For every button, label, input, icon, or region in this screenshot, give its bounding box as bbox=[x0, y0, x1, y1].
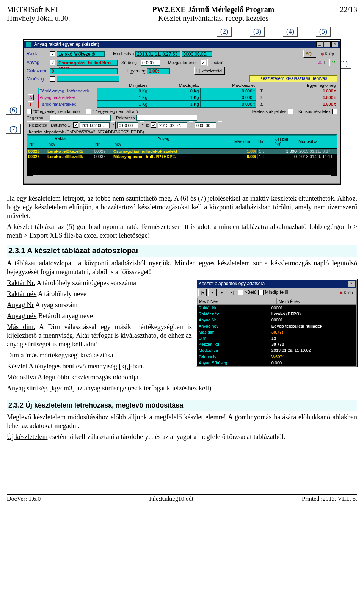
grid-body[interactable]: 00026 Lerakó /előkezelő/ 00029 Csomagolá… bbox=[27, 148, 337, 175]
grid-header: Raktár Anyag Más dim Dim Készlet [kg] Mó… bbox=[27, 134, 337, 148]
betu-checkbox[interactable] bbox=[238, 290, 243, 295]
nav-prev-button[interactable]: ◂ bbox=[208, 289, 217, 296]
mini-close-button[interactable]: × bbox=[348, 281, 355, 287]
nav-next-button[interactable]: ▸ bbox=[218, 289, 226, 296]
mini-toolbar: |◂ ◂ ▸ ▸| >Betű Mindíg felül ✖Kilép bbox=[197, 288, 356, 298]
density-button[interactable]: Sűrűség bbox=[119, 59, 139, 66]
col-raktar-nev[interactable]: név bbox=[47, 141, 94, 147]
select-item-bar[interactable]: Készletelem kiválasztása, lehívás bbox=[249, 75, 337, 82]
help-button[interactable]: ? bbox=[329, 59, 337, 66]
limit2-total: 1.800 t bbox=[267, 94, 337, 101]
nav-first-button[interactable]: |◂ bbox=[198, 289, 207, 296]
col-dim[interactable]: Dim bbox=[257, 136, 273, 147]
dateto-field[interactable]: 2013.02.07. bbox=[158, 122, 187, 128]
hide-zero-checkbox[interactable] bbox=[27, 109, 32, 114]
limit3-min: -1 Kg bbox=[97, 101, 149, 108]
datefrom-field[interactable]: 2013.02.06. bbox=[80, 122, 110, 128]
critical-checkbox[interactable] bbox=[332, 109, 337, 114]
modositva-label: Módosítva bbox=[113, 51, 134, 56]
timefrom-field[interactable]: 0:00:00 bbox=[117, 122, 138, 128]
window-title: Anyag raktári egyenleg (készlet) bbox=[34, 42, 99, 47]
col-masdim[interactable]: Más dim bbox=[233, 136, 257, 147]
field-name: Anyag Nr bbox=[7, 301, 34, 309]
print-button[interactable]: 🖶T bbox=[316, 59, 328, 66]
col-maxkeszl: Max.Készlet bbox=[200, 83, 256, 88]
horizontal-scrollbar[interactable] bbox=[27, 175, 337, 181]
dateto-up-down[interactable]: ÷ bbox=[189, 121, 193, 129]
hide-zero-label: "0" egyenleg nem látható bbox=[33, 109, 80, 114]
rowmark-checkbox[interactable] bbox=[288, 109, 293, 114]
field-desc: Anyag sorszám bbox=[35, 301, 77, 309]
cikkszam-field[interactable]: 0 bbox=[50, 68, 118, 74]
A-button[interactable]: A bbox=[28, 94, 34, 100]
limit2-maxk: 0.000 t bbox=[200, 94, 256, 101]
raktar-checkbox[interactable] bbox=[50, 51, 55, 56]
form-body: Raktár Lerakó /előkezelő/ Módosítva 2013… bbox=[24, 48, 340, 183]
limit2-maxe: -1 Kg bbox=[149, 94, 200, 101]
timeto-up-down[interactable]: ÷ bbox=[218, 121, 222, 129]
dateto-checkbox[interactable] bbox=[151, 122, 156, 128]
minoseg-field[interactable] bbox=[57, 76, 119, 82]
raktar-label: Raktár bbox=[27, 51, 49, 56]
datefrom-checkbox[interactable] bbox=[73, 122, 78, 128]
datefrom-up-down[interactable]: ÷ bbox=[111, 121, 116, 129]
col-modositva[interactable]: Módosítva bbox=[297, 136, 336, 147]
col-anyag-nev[interactable]: név bbox=[113, 141, 233, 147]
print-label: T bbox=[323, 60, 326, 66]
header-right: 22/13 bbox=[295, 5, 357, 14]
timeto-field[interactable]: 0:00:00 bbox=[195, 122, 216, 128]
col-anyag[interactable]: Anyag bbox=[94, 136, 233, 141]
rowmark-label: Tételes sorkijelölés bbox=[251, 109, 286, 114]
kv-key: Telephely bbox=[197, 354, 270, 360]
modositva1-field: 2013.01.11. 8:27:53 bbox=[135, 51, 180, 57]
mini-exit-button[interactable]: ✖Kilép bbox=[337, 289, 355, 296]
anyag-checkbox[interactable] bbox=[50, 60, 55, 65]
para-4: Meglevő készletelem módosításához előbb … bbox=[7, 413, 357, 430]
table-row[interactable]: 00026 Lerakó /előkezelő/ 00036 Műanyag c… bbox=[27, 154, 337, 159]
nav-last-button[interactable]: ▸| bbox=[228, 289, 236, 296]
kv-key: Raktár név bbox=[197, 311, 270, 317]
details-button[interactable]: Részletek bbox=[27, 121, 49, 129]
details-label: Részletek bbox=[29, 122, 47, 128]
cegazon-field[interactable] bbox=[50, 115, 111, 121]
cell: 2013.01.11. 8:27 bbox=[298, 149, 337, 154]
exit-button[interactable]: ⎋Kilép bbox=[318, 50, 337, 58]
cell: 0.00t bbox=[234, 154, 258, 159]
cell: 0 bbox=[274, 154, 298, 159]
col-raktar-nr[interactable]: Nr bbox=[28, 141, 47, 147]
minimize-button[interactable]: _ bbox=[316, 41, 323, 47]
col-raktar[interactable]: Raktár bbox=[28, 136, 94, 141]
main-window: Anyag raktári egyenleg (készlet) _ □ × R… bbox=[24, 40, 340, 184]
callout-7: (7) bbox=[6, 124, 21, 134]
kv-val: Lerakó (DEPO) bbox=[270, 311, 356, 317]
sql-button[interactable]: SQL bbox=[303, 50, 316, 58]
timefrom-up-down[interactable]: ÷ bbox=[140, 121, 144, 129]
density-field[interactable]: 0.000 bbox=[141, 60, 160, 66]
T-button[interactable]: T bbox=[28, 101, 33, 107]
raktarcso-field[interactable] bbox=[136, 115, 197, 121]
anyag-field[interactable]: Csomagolási hulladékok szele bbox=[57, 60, 118, 66]
hide-neg-checkbox[interactable] bbox=[86, 109, 91, 114]
field-name: Módosítva bbox=[7, 373, 36, 381]
cell: 1 800 bbox=[274, 149, 298, 154]
kv-key: Raktár Nr bbox=[197, 305, 270, 311]
history-button[interactable]: Mozgástörténet bbox=[166, 59, 199, 66]
kv-key: Más dim bbox=[197, 329, 270, 335]
kv-key: Anyag név bbox=[197, 323, 270, 329]
col-maxelj: Max.Eljelz. bbox=[149, 83, 200, 88]
close-button[interactable]: × bbox=[331, 41, 338, 47]
raktar-field[interactable]: Lerakó /előkezelő/ bbox=[57, 51, 105, 57]
para-2: A készlet táblázat az (5) gombbal nyomta… bbox=[7, 223, 357, 240]
table-row[interactable]: 00026 Lerakó /előkezelő/ 00029 Csomagolá… bbox=[27, 149, 337, 154]
history-checkbox[interactable] bbox=[201, 60, 206, 65]
col-keszlet[interactable]: Készlet [kg] bbox=[273, 136, 297, 147]
subtitle: Készlet nyilvántartás, recept kezelés bbox=[158, 14, 268, 22]
col-anyag-nr[interactable]: Nr bbox=[94, 141, 113, 147]
new-item-button[interactable]: Új készlettétel bbox=[194, 67, 224, 75]
mini-header: Mező Név Mező Érték bbox=[197, 298, 356, 305]
maximize-button[interactable]: □ bbox=[324, 41, 331, 47]
minoseg-checkbox[interactable] bbox=[50, 76, 55, 82]
raktarcso-label: Raktárcso bbox=[116, 116, 135, 120]
revision-button[interactable]: Revízió bbox=[207, 59, 226, 66]
on-top-checkbox[interactable] bbox=[258, 290, 264, 295]
